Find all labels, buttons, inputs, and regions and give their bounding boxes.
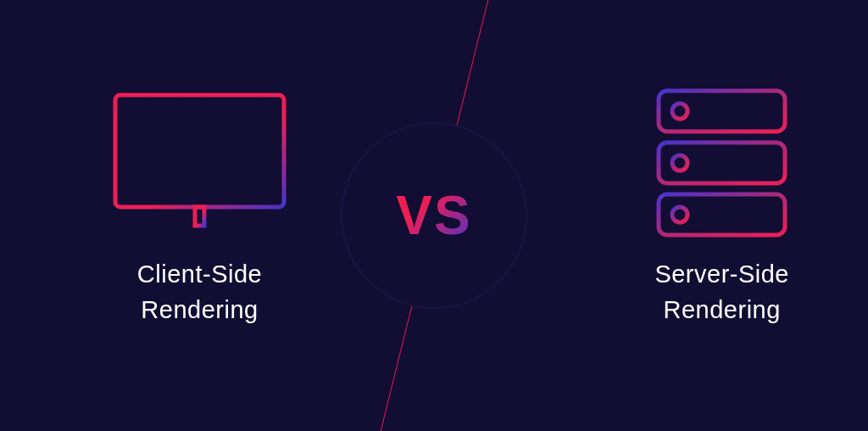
left-panel: Client-SideRendering (113, 88, 287, 327)
monitor-icon (113, 88, 287, 241)
svg-rect-0 (115, 95, 284, 207)
svg-point-16 (672, 207, 687, 222)
svg-rect-1 (195, 207, 204, 226)
svg-point-4 (672, 104, 687, 119)
server-icon (656, 88, 787, 241)
vs-text: VS (396, 184, 471, 247)
right-label: Server-SideRendering (654, 256, 789, 327)
center-badge: VS (341, 122, 527, 309)
svg-point-10 (672, 155, 687, 171)
right-panel: Server-SideRendering (654, 88, 789, 327)
left-label: Client-SideRendering (137, 256, 262, 327)
